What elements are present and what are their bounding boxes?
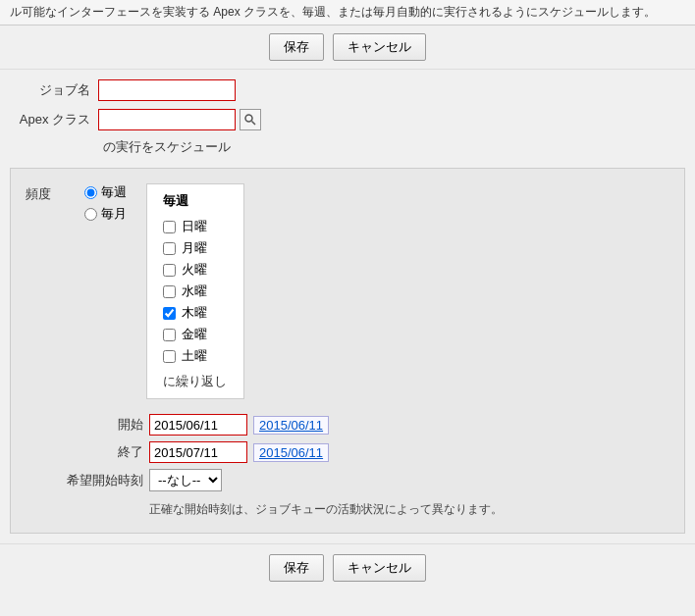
job-name-row: ジョブ名 — [10, 79, 685, 101]
description-text: ル可能なインターフェースを実装する Apex クラスを、毎週、または毎月自動的に… — [10, 5, 656, 19]
frequency-label: 頻度 — [26, 183, 65, 203]
day-friday-checkbox[interactable] — [163, 329, 176, 341]
save-button-bottom[interactable]: 保存 — [269, 554, 324, 582]
note-text: 正確な開始時刻は、ジョブキューの活動状況によって異なります。 — [149, 501, 669, 518]
radio-weekly-text: 毎週 — [101, 183, 127, 201]
cancel-button-top[interactable]: キャンセル — [333, 33, 426, 61]
apex-class-label: Apex クラス — [10, 111, 98, 128]
weekly-footer: に繰り返し — [163, 373, 228, 390]
radio-monthly[interactable] — [84, 208, 97, 221]
form-section: ジョブ名 Apex クラス の実行をスケジュール — [0, 70, 695, 160]
apex-class-row: Apex クラス — [10, 109, 685, 130]
time-select[interactable]: --なし-- — [149, 469, 222, 491]
apex-class-input-group — [98, 109, 261, 130]
end-date-row: 終了 2015/06/11 — [26, 441, 669, 463]
start-label: 開始 — [26, 416, 143, 434]
day-thursday-label: 木曜 — [182, 304, 207, 322]
preferred-time-label: 希望開始時刻 — [26, 472, 143, 489]
page-wrapper: ル可能なインターフェースを実装する Apex クラスを、毎週、または毎月自動的に… — [0, 0, 695, 616]
schedule-container: 頻度 毎週 毎月 毎週 日曜 月曜 — [10, 168, 685, 534]
day-saturday: 土曜 — [163, 347, 228, 365]
apex-lookup-button[interactable] — [240, 109, 261, 130]
day-thursday-checkbox[interactable] — [163, 307, 176, 320]
job-name-label: ジョブ名 — [10, 81, 98, 99]
end-date-link[interactable]: 2015/06/11 — [253, 443, 329, 462]
day-wednesday-checkbox[interactable] — [163, 285, 176, 298]
day-tuesday-label: 火曜 — [182, 261, 207, 279]
radio-monthly-text: 毎月 — [101, 205, 127, 223]
preferred-time-row: 希望開始時刻 --なし-- — [26, 469, 669, 491]
cancel-button-bottom[interactable]: キャンセル — [333, 554, 426, 582]
start-date-input[interactable] — [149, 414, 247, 436]
frequency-row: 頻度 毎週 毎月 毎週 日曜 月曜 — [26, 183, 669, 399]
radio-group: 毎週 毎月 — [84, 183, 127, 223]
day-monday-checkbox[interactable] — [163, 242, 176, 255]
header-description: ル可能なインターフェースを実装する Apex クラスを、毎週、または毎月自動的に… — [0, 0, 695, 26]
start-date-link[interactable]: 2015/06/11 — [253, 416, 329, 435]
weekly-box: 毎週 日曜 月曜 火曜 水曜 — [146, 183, 244, 399]
day-tuesday: 火曜 — [163, 261, 228, 279]
day-monday: 月曜 — [163, 239, 228, 257]
save-button-top[interactable]: 保存 — [269, 33, 324, 61]
schedule-label: の実行をスケジュール — [103, 138, 231, 156]
day-tuesday-checkbox[interactable] — [163, 264, 176, 277]
end-date-input[interactable] — [149, 441, 247, 463]
start-date-row: 開始 2015/06/11 — [26, 414, 669, 436]
day-sunday: 日曜 — [163, 218, 228, 235]
bottom-actions: 保存 キャンセル — [0, 543, 695, 591]
day-friday: 金曜 — [163, 326, 228, 343]
day-friday-label: 金曜 — [182, 326, 207, 343]
day-sunday-checkbox[interactable] — [163, 221, 176, 233]
day-saturday-label: 土曜 — [182, 347, 207, 365]
svg-line-1 — [252, 122, 256, 126]
date-section: 開始 2015/06/11 終了 2015/06/11 希望開始時刻 --なし-… — [26, 414, 669, 518]
day-thursday: 木曜 — [163, 304, 228, 322]
day-wednesday-label: 水曜 — [182, 282, 207, 300]
search-icon — [243, 113, 257, 127]
weekly-title: 毎週 — [163, 192, 228, 210]
apex-class-input[interactable] — [98, 109, 236, 130]
radio-weekly-label[interactable]: 毎週 — [84, 183, 127, 201]
schedule-label-row: の実行をスケジュール — [10, 138, 685, 160]
radio-weekly[interactable] — [84, 186, 97, 199]
radio-monthly-label[interactable]: 毎月 — [84, 205, 127, 223]
svg-point-0 — [245, 115, 252, 122]
day-saturday-checkbox[interactable] — [163, 350, 176, 363]
top-actions: 保存 キャンセル — [0, 26, 695, 70]
day-monday-label: 月曜 — [182, 239, 207, 257]
day-wednesday: 水曜 — [163, 282, 228, 300]
job-name-input[interactable] — [98, 79, 236, 101]
day-sunday-label: 日曜 — [182, 218, 207, 235]
end-label: 終了 — [26, 443, 143, 461]
